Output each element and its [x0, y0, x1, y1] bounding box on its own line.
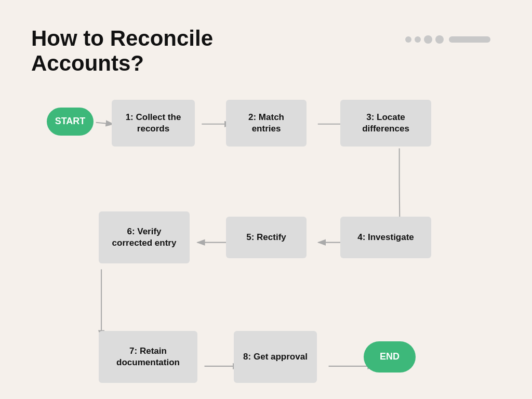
dot-1	[405, 36, 411, 43]
flowchart: START 1: Collect the records 2: Match en…	[31, 97, 501, 398]
dot-4	[435, 35, 444, 44]
step-2-box: 2: Match entries	[226, 100, 307, 147]
end-terminal: END	[364, 341, 416, 373]
page-title: How to Reconcile Accounts?	[31, 26, 255, 76]
dot-3	[424, 35, 432, 44]
start-terminal: START	[47, 108, 94, 136]
svg-line-1	[96, 122, 113, 124]
step-8-box: 8: Get approval	[234, 331, 317, 383]
step-6-box: 6: Verify corrected entry	[99, 211, 190, 263]
decorative-dots	[405, 35, 490, 44]
line-decoration	[449, 36, 490, 43]
step-7-box: 7: Retain documentation	[99, 331, 197, 383]
step-4-box: 4: Investigate	[340, 217, 431, 258]
page: How to Reconcile Accounts?	[0, 0, 532, 399]
step-3-box: 3: Locate differences	[340, 100, 431, 147]
dot-2	[415, 36, 421, 43]
step-1-box: 1: Collect the records	[112, 100, 195, 147]
step-5-box: 5: Rectify	[226, 217, 307, 258]
